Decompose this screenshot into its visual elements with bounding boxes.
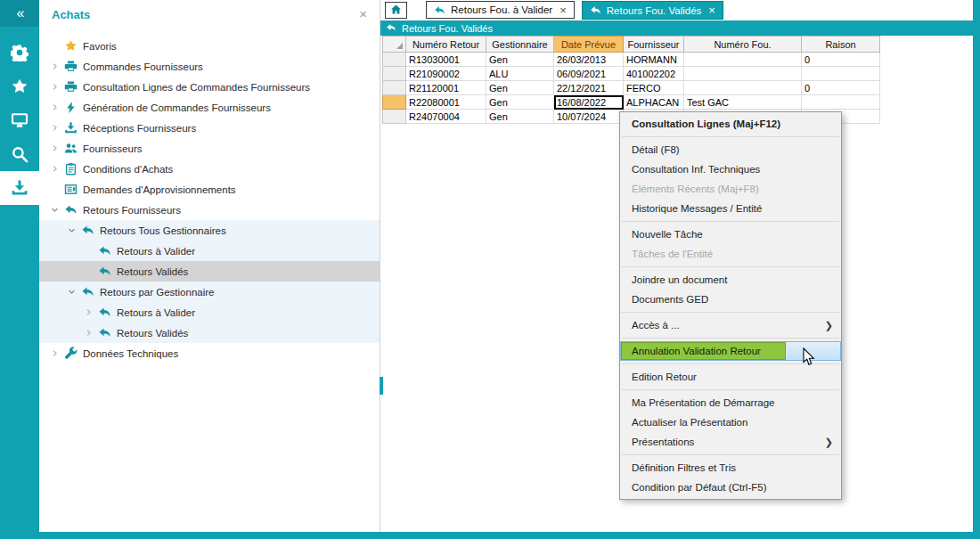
sidebar-item-generation-de-commandes-fournisseurs[interactable]: Génération de Commandes Fournisseurs	[39, 97, 380, 118]
menu-item-ma-presentation-de-demarrage[interactable]: Ma Présentation de Démarrage	[620, 393, 841, 412]
table-cell[interactable]	[684, 53, 802, 67]
search-icon[interactable]	[0, 137, 39, 171]
table-cell[interactable]: R21120001	[406, 81, 486, 95]
close-icon[interactable]: ×	[359, 8, 367, 20]
table-cell[interactable]: R13030001	[406, 53, 486, 67]
sidebar-item-retours-valides[interactable]: Retours Validés	[39, 261, 380, 282]
row-selector-cell[interactable]	[383, 67, 406, 81]
sidebar-item-retours-a-valider[interactable]: Retours à Valider	[39, 241, 380, 261]
sidebar-item-donnees-techniques[interactable]: Données Techniques	[39, 343, 380, 363]
row-selector-cell[interactable]	[383, 110, 406, 124]
table-cell[interactable]: 0	[802, 81, 880, 95]
table-cell[interactable]	[684, 81, 802, 95]
column-header-fournisseur[interactable]: Fournisseur	[624, 37, 684, 53]
table-cell[interactable]: 10/07/2024	[554, 110, 624, 124]
menu-item-presentations[interactable]: Présentations❯	[620, 432, 841, 452]
menu-item-consultation-lignes-maj-f12[interactable]: Consultation Lignes (Maj+F12)	[620, 114, 841, 134]
menu-item-joindre-un-document[interactable]: Joindre un document	[620, 270, 841, 290]
table-cell[interactable]: R21090002	[406, 67, 486, 81]
table-cell[interactable]	[684, 67, 802, 81]
table-cell[interactable]: 22/12/2021	[554, 81, 624, 95]
close-icon[interactable]: ×	[708, 5, 715, 15]
sidebar-item-conditions-d-achats[interactable]: Conditions d'Achats	[39, 159, 380, 179]
column-header-raison[interactable]: Raison	[802, 37, 880, 53]
menu-item-detail-f8[interactable]: Détail (F8)	[620, 140, 841, 159]
tab-retours-fou-a-valider[interactable]: Retours Fou. à Valider×	[426, 1, 575, 19]
sidebar-item-fournisseurs[interactable]: Fournisseurs	[39, 138, 380, 159]
sidebar-item-retours-valides[interactable]: Retours Validés	[39, 323, 380, 343]
reply-icon	[78, 285, 96, 298]
sidebar-item-demandes-d-approvisionnements[interactable]: Demandes d'Approvisionnements	[39, 179, 380, 200]
chevron-right-icon[interactable]	[48, 62, 61, 70]
menu-item-definition-filtres-et-tris[interactable]: Définition Filtres et Tris	[620, 458, 841, 478]
select-all-header[interactable]	[383, 37, 406, 53]
table-cell[interactable]: R24070004	[406, 110, 486, 124]
sidebar-item-favoris[interactable]: Favoris	[39, 36, 380, 56]
sidebar-item-receptions-fournisseurs[interactable]: Réceptions Fournisseurs	[39, 118, 380, 138]
menu-item-condition-par-defaut-ctrl-f5[interactable]: Condition par Défaut (Ctrl-F5)	[620, 478, 841, 497]
row-selector-cell[interactable]	[383, 95, 406, 110]
sidebar-item-retours-fournisseurs[interactable]: Retours Fournisseurs	[39, 200, 380, 220]
menu-item-documents-ged[interactable]: Documents GED	[620, 290, 841, 309]
table-row[interactable]: R13030001Gen26/03/2013HORMANN0	[383, 53, 880, 67]
star-icon[interactable]	[0, 69, 39, 103]
chevron-right-icon[interactable]	[82, 329, 95, 337]
column-header-numero-retour[interactable]: Numéro Retour	[406, 37, 486, 53]
row-selector-cell[interactable]	[383, 81, 406, 95]
table-cell[interactable]: Gen	[486, 53, 554, 67]
menu-item-edition-retour[interactable]: Edition Retour	[620, 367, 841, 387]
table-cell[interactable]: ALPHACAN	[624, 95, 684, 110]
table-cell[interactable]: 0	[802, 53, 880, 67]
sidebar-item-label: Retours Tous Gestionnaires	[100, 225, 226, 236]
sidebar-item-retours-tous-gestionnaires[interactable]: Retours Tous Gestionnaires	[39, 220, 380, 241]
scrollbar-thumb[interactable]	[380, 377, 383, 395]
gear-icon[interactable]	[0, 36, 39, 69]
chevron-down-icon[interactable]	[48, 206, 61, 214]
table-cell[interactable]: 401002202	[624, 67, 684, 81]
column-header-numero-fou[interactable]: Numéro Fou.	[684, 37, 802, 53]
table-row[interactable]: R21120001Gen22/12/2021FERCO0	[383, 81, 880, 95]
tab-retours-fou-valides[interactable]: Retours Fou. Validés×	[582, 1, 723, 20]
table-row[interactable]: R22080001Gen16/08/2022ALPHACANTest GAC	[383, 95, 880, 110]
table-cell[interactable]: HORMANN	[624, 53, 684, 67]
menu-item-historique-messages-entite[interactable]: Historique Messages / Entité	[620, 199, 841, 218]
menu-item-consultation-inf-techniques[interactable]: Consultation Inf. Techniques	[620, 159, 841, 179]
table-cell[interactable]: R22080001	[406, 95, 486, 110]
row-selector-cell[interactable]	[383, 53, 406, 67]
sidebar-item-commandes-fournisseurs[interactable]: Commandes Fournisseurs	[39, 56, 380, 77]
close-icon[interactable]: ×	[559, 5, 567, 15]
table-cell[interactable]	[802, 67, 880, 81]
sidebar-item-consultation-lignes-de-commandes-fournisseurs[interactable]: Consultation Lignes de Commandes Fournis…	[39, 77, 380, 97]
chevron-right-icon[interactable]	[48, 103, 61, 111]
chevron-right-icon[interactable]	[48, 165, 61, 173]
chevron-down-icon[interactable]	[65, 288, 78, 296]
chevron-right-icon[interactable]	[48, 144, 61, 152]
table-cell[interactable]: FERCO	[624, 81, 684, 95]
table-cell[interactable]: Gen	[486, 110, 554, 124]
chevron-right-icon[interactable]	[48, 83, 61, 91]
table-cell[interactable]: Gen	[486, 95, 554, 110]
chevron-right-icon[interactable]	[48, 349, 61, 357]
purchases-module-icon[interactable]	[0, 171, 39, 205]
table-row[interactable]: R21090002ALU06/09/2021401002202	[383, 67, 880, 81]
table-cell[interactable]: Test GAC	[684, 95, 802, 110]
collapse-sidebar-icon[interactable]: «	[0, 0, 39, 27]
menu-item-acces-a[interactable]: Accès à ...❯	[620, 315, 841, 335]
column-header-gestionnaire[interactable]: Gestionnaire	[486, 37, 554, 53]
table-cell[interactable]: 16/08/2022	[554, 95, 624, 110]
menu-item-actualiser-la-presentation[interactable]: Actualiser la Présentation	[620, 412, 841, 432]
chevron-right-icon[interactable]	[82, 308, 95, 316]
home-tab[interactable]	[385, 2, 407, 19]
chevron-down-icon[interactable]	[65, 226, 78, 234]
table-cell[interactable]: ALU	[486, 67, 554, 81]
sidebar-item-retours-a-valider[interactable]: Retours à Valider	[39, 302, 380, 323]
table-cell[interactable]: 06/09/2021	[554, 67, 624, 81]
table-cell[interactable]	[802, 95, 880, 110]
table-cell[interactable]: 26/03/2013	[554, 53, 624, 67]
table-cell[interactable]: Gen	[486, 81, 554, 95]
column-header-date-prevue[interactable]: Date Prévue	[554, 37, 624, 53]
sidebar-item-retours-par-gestionnaire[interactable]: Retours par Gestionnaire	[39, 282, 380, 302]
chevron-right-icon[interactable]	[48, 124, 61, 132]
menu-item-nouvelle-tache[interactable]: Nouvelle Tâche	[620, 225, 841, 244]
monitor-icon[interactable]	[0, 103, 39, 137]
